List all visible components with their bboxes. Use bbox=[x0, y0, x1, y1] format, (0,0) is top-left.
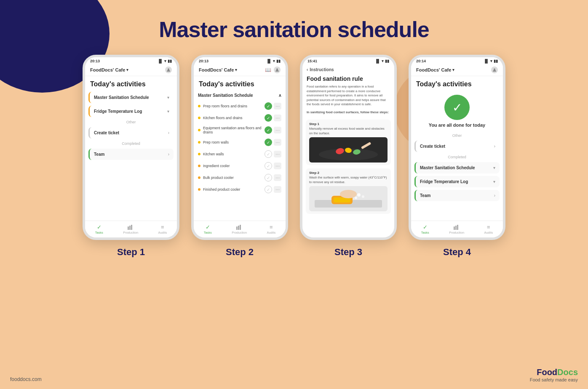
phone2-item-8[interactable]: Finished product cooler ✓ ··· bbox=[194, 184, 286, 195]
phone1-task-mss[interactable]: Master Sanitation Schedule ▾ bbox=[88, 92, 174, 103]
dot-yellow-icon bbox=[198, 117, 200, 119]
footer-tagline: Food safety made easy bbox=[530, 377, 578, 382]
phone2-item-5[interactable]: Kitchen walls ✓ ··· bbox=[194, 148, 286, 160]
phone2-nav-audits[interactable]: ≡ Audits bbox=[267, 224, 275, 234]
check-outline-icon: ✓ bbox=[265, 162, 272, 170]
phone4-profile-icon[interactable] bbox=[491, 67, 498, 73]
step1-label: Step 1 bbox=[117, 247, 145, 258]
svg-rect-25 bbox=[457, 225, 458, 230]
phone4-nav-audits[interactable]: ≡ Audits bbox=[484, 224, 493, 234]
svg-rect-24 bbox=[455, 226, 457, 230]
audits-icon: ≡ bbox=[268, 224, 275, 230]
phone4-other-label: Other bbox=[411, 132, 503, 139]
phone1-status-bar: 20:13 ▐▌ ▾ ▮▮ bbox=[85, 57, 177, 65]
phone3-intro: Food sanitation refers to any operation … bbox=[302, 85, 394, 110]
phone2-item-7[interactable]: Bulk product cooler ✓ ··· bbox=[194, 172, 286, 184]
phone2-item-4[interactable]: Prep room walls ✓ ··· bbox=[194, 136, 286, 148]
more-options-icon[interactable]: ··· bbox=[274, 163, 281, 169]
phone2-item-3[interactable]: Equipment sanitation area floors and dra… bbox=[194, 124, 286, 136]
phone4-task-fridge[interactable]: Fridge Temperature Log ▾ bbox=[414, 176, 500, 187]
dot-yellow-icon bbox=[198, 129, 200, 131]
check-done-icon: ✓ bbox=[265, 139, 272, 146]
more-options-icon[interactable]: ··· bbox=[274, 186, 281, 193]
dot-orange-icon bbox=[198, 176, 200, 179]
phone1-task-team[interactable]: Team › bbox=[88, 149, 174, 160]
svg-point-0 bbox=[168, 69, 169, 70]
audits-icon: ≡ bbox=[159, 224, 166, 230]
phone1-bottom-nav: ✓ Tasks Production ≡ Audits bbox=[85, 221, 177, 237]
phone2-cafe-name: FoodDocs' Cafe ▾ bbox=[199, 67, 237, 72]
check-done-icon: ✓ bbox=[265, 114, 272, 122]
phone2-section-header: Master Sanitation Schedule ∧ bbox=[194, 91, 286, 100]
phone4-status-bar: 20:14 ▐▌ ▾ ▮▮ bbox=[411, 57, 503, 65]
phone1-time: 20:13 bbox=[90, 59, 100, 63]
phone4-done-section: ✓ You are all done for today bbox=[411, 91, 503, 132]
phone3-screen: 15:41 ▐▌ ▾ ▮▮ ‹ Instructions Food sanita… bbox=[302, 57, 394, 237]
more-options-icon[interactable]: ··· bbox=[274, 127, 281, 133]
step2-label: Step 2 bbox=[226, 247, 254, 258]
phone1-nav-tasks[interactable]: ✓ Tasks bbox=[95, 224, 103, 234]
phone2-item-1[interactable]: Prep room floors and drains ✓ ··· bbox=[194, 100, 286, 112]
phone2-item-2[interactable]: Kitchen floors and drains ✓ ··· bbox=[194, 112, 286, 124]
phone4: 20:14 ▐▌ ▾ ▮▮ FoodDocs' Cafe ▾ bbox=[409, 55, 505, 240]
dot-yellow-icon bbox=[198, 153, 200, 155]
phone3-step2-box: Step 2 Wash the surface with warm, soapy… bbox=[306, 168, 391, 214]
phone3-title: Food sanitation rule bbox=[302, 75, 394, 85]
phone3-back[interactable]: ‹ Instructions bbox=[302, 65, 394, 75]
svg-rect-23 bbox=[454, 226, 455, 230]
phone2-nav-tasks[interactable]: ✓ Tasks bbox=[204, 224, 212, 234]
dot-yellow-icon bbox=[198, 105, 200, 107]
dot-orange-icon bbox=[198, 165, 200, 167]
phone4-screen: 20:14 ▐▌ ▾ ▮▮ FoodDocs' Cafe ▾ bbox=[411, 57, 503, 237]
phone4-task-create[interactable]: Create ticket › bbox=[414, 141, 500, 152]
step4-label: Step 4 bbox=[443, 247, 471, 258]
phone2-time: 20:13 bbox=[199, 59, 208, 63]
phones-container: 20:13 ▐▌ ▾ ▮▮ FoodDocs' Cafe ▾ bbox=[0, 55, 588, 258]
phone4-completed-label: Completed bbox=[411, 153, 503, 161]
phone2-screen: 20:13 ▐▌ ▾ ▮▮ FoodDocs' Cafe ▾ 📖 bbox=[194, 57, 286, 237]
phone1-other-label: Other bbox=[85, 118, 177, 126]
phone3: 15:41 ▐▌ ▾ ▮▮ ‹ Instructions Food sanita… bbox=[300, 55, 397, 240]
phone1: 20:13 ▐▌ ▾ ▮▮ FoodDocs' Cafe ▾ bbox=[83, 55, 179, 240]
svg-rect-6 bbox=[238, 226, 239, 230]
phone2-app-header: FoodDocs' Cafe ▾ 📖 bbox=[194, 65, 286, 76]
phone1-nav-production[interactable]: Production bbox=[123, 224, 138, 234]
audits-icon: ≡ bbox=[485, 224, 492, 230]
phone4-nav-tasks[interactable]: ✓ Tasks bbox=[421, 224, 429, 234]
phone2: 20:13 ▐▌ ▾ ▮▮ FoodDocs' Cafe ▾ 📖 bbox=[191, 55, 288, 240]
phone4-time: 20:14 bbox=[416, 59, 426, 63]
phone1-profile-icon[interactable] bbox=[165, 67, 172, 73]
phone4-app-header: FoodDocs' Cafe ▾ bbox=[411, 65, 503, 76]
more-options-icon[interactable]: ··· bbox=[274, 151, 281, 157]
phone4-nav-production[interactable]: Production bbox=[449, 224, 464, 234]
phone3-step1-box: Step 1 Manually remove all excess food w… bbox=[306, 120, 391, 165]
svg-point-22 bbox=[494, 69, 495, 70]
svg-rect-3 bbox=[131, 225, 132, 230]
phone1-app-header: FoodDocs' Cafe ▾ bbox=[85, 65, 177, 76]
dot-yellow-icon bbox=[198, 141, 200, 144]
step3-label: Step 3 bbox=[334, 247, 362, 258]
more-options-icon[interactable]: ··· bbox=[274, 139, 281, 146]
phone4-done-text: You are all done for today bbox=[429, 123, 485, 128]
phone1-wrapper: 20:13 ▐▌ ▾ ▮▮ FoodDocs' Cafe ▾ bbox=[83, 55, 179, 258]
phone1-status-icons: ▐▌ ▾ ▮▮ bbox=[158, 59, 172, 63]
phone3-wrapper: 15:41 ▐▌ ▾ ▮▮ ‹ Instructions Food sanita… bbox=[300, 55, 397, 258]
more-options-icon[interactable]: ··· bbox=[274, 103, 281, 109]
svg-point-18 bbox=[340, 190, 357, 198]
svg-point-4 bbox=[276, 69, 278, 70]
phone1-activities-title: Today's activities bbox=[85, 76, 177, 91]
phone4-task-team[interactable]: Team › bbox=[414, 190, 500, 201]
more-options-icon[interactable]: ··· bbox=[274, 115, 281, 121]
phone2-nav-production[interactable]: Production bbox=[232, 224, 247, 234]
phone1-task-fridge[interactable]: Fridge Temperature Log ▾ bbox=[88, 106, 174, 117]
tasks-icon: ✓ bbox=[204, 224, 211, 230]
phone1-nav-audits[interactable]: ≡ Audits bbox=[158, 224, 167, 234]
phone2-item-6[interactable]: Ingredient cooler ✓ ··· bbox=[194, 160, 286, 172]
tasks-icon: ✓ bbox=[422, 224, 428, 230]
phone3-step2-label: Step 2 bbox=[309, 171, 388, 175]
more-options-icon[interactable]: ··· bbox=[274, 174, 281, 181]
back-arrow-icon: ‹ bbox=[307, 67, 308, 72]
phone2-profile-icon[interactable] bbox=[274, 67, 281, 73]
phone4-task-mss[interactable]: Master Sanitation Schedule ▾ bbox=[414, 162, 500, 173]
phone1-task-create[interactable]: Create ticket › bbox=[88, 127, 174, 139]
